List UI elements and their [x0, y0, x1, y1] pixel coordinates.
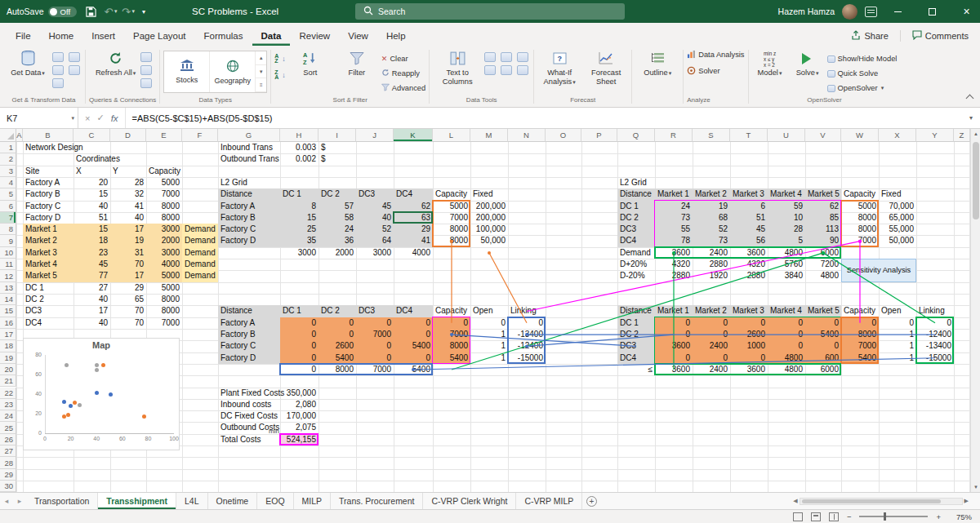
cell-S5[interactable]: Market 2: [693, 188, 730, 200]
cell-U8[interactable]: 28: [768, 224, 805, 235]
cell-E4[interactable]: 5000: [146, 177, 182, 188]
row-header-16[interactable]: 16: [0, 317, 16, 329]
cell-L7[interactable]: 7000: [433, 212, 470, 224]
cell-W18[interactable]: 7000: [841, 340, 879, 352]
consolidate-icon[interactable]: [484, 65, 496, 75]
cell-K8[interactable]: 29: [394, 224, 433, 235]
cell-F12[interactable]: Demand: [182, 270, 218, 281]
cell-D14[interactable]: 65: [110, 294, 146, 305]
cell-M6[interactable]: 200,000: [470, 201, 508, 212]
avatar[interactable]: [842, 4, 858, 20]
ribbon-tab-formulas[interactable]: Formulas: [195, 27, 252, 46]
cell-Q5[interactable]: Distance: [617, 188, 655, 200]
cell-I19[interactable]: 5400: [318, 352, 356, 364]
cell-E14[interactable]: 8000: [146, 294, 182, 305]
row-header-26[interactable]: 26: [0, 434, 16, 445]
cell-C7[interactable]: 51: [74, 212, 110, 224]
cell-D15[interactable]: 70: [110, 305, 146, 317]
column-header-N[interactable]: N: [508, 129, 546, 142]
cell-B12[interactable]: Market 5: [23, 270, 74, 281]
cell-Q15[interactable]: Distance: [617, 305, 655, 317]
cell-J10[interactable]: 3000: [356, 247, 394, 259]
existing-connections-icon[interactable]: [69, 65, 80, 75]
column-header-Q[interactable]: Q: [617, 129, 655, 142]
sheet-tab-eoq[interactable]: EOQ: [257, 493, 293, 509]
cell-W7[interactable]: 8000: [841, 212, 879, 224]
cell-R8[interactable]: 55: [655, 224, 693, 235]
cell-R9[interactable]: 78: [655, 235, 693, 246]
cell-B9[interactable]: Market 2: [23, 235, 74, 246]
cell-G15[interactable]: Distance: [218, 305, 280, 317]
cell-V9[interactable]: 90: [805, 235, 841, 246]
cell-H20[interactable]: 0: [280, 364, 318, 375]
ribbon-tab-home[interactable]: Home: [40, 27, 83, 46]
minimize-button[interactable]: [884, 0, 911, 23]
sheet-nav-right-icon[interactable]: ▸: [13, 493, 26, 509]
cell-S11[interactable]: 2880: [693, 259, 730, 270]
search-input[interactable]: Search: [355, 3, 625, 20]
cell-H25[interactable]: 2,075: [280, 422, 318, 433]
cell-G9[interactable]: Factory D: [218, 235, 280, 246]
cell-V5[interactable]: Market 5: [805, 188, 841, 200]
row-header-4[interactable]: 4: [0, 177, 16, 188]
cell-L16[interactable]: 0: [433, 317, 470, 329]
cell-V8[interactable]: 113: [805, 224, 841, 235]
cell-K20[interactable]: 5400: [394, 364, 433, 375]
horizontal-scroll-thumb[interactable]: [802, 499, 941, 503]
cell-H22[interactable]: 350,000: [280, 388, 318, 399]
row-header-14[interactable]: 14: [0, 294, 16, 305]
cell-D8[interactable]: 17: [110, 224, 146, 235]
cell-D10[interactable]: 31: [110, 247, 146, 259]
cell-B15[interactable]: DC3: [23, 305, 74, 317]
cell-S9[interactable]: 73: [693, 235, 730, 246]
cell-Y18[interactable]: -13400: [916, 340, 954, 352]
cell-D12[interactable]: 17: [110, 270, 146, 281]
cell-R19[interactable]: 0: [655, 352, 693, 364]
cell-X8[interactable]: 55,000: [879, 224, 916, 235]
cell-B14[interactable]: DC 2: [23, 294, 74, 305]
formula-bar-expand-icon[interactable]: ▾: [962, 108, 980, 128]
quick-access-dropdown-icon[interactable]: ▾: [135, 0, 153, 23]
cell-H16[interactable]: 0: [280, 317, 318, 329]
cell-N15[interactable]: Linking: [508, 305, 546, 317]
cell-U15[interactable]: Market 4: [768, 305, 805, 317]
cell-V17[interactable]: 5400: [805, 329, 841, 340]
cell-B8[interactable]: Market 1: [23, 224, 74, 235]
cell-R7[interactable]: 73: [655, 212, 693, 224]
cell-S8[interactable]: 52: [693, 224, 730, 235]
cell-S19[interactable]: 0: [693, 352, 730, 364]
cell-W6[interactable]: 5000: [841, 201, 879, 212]
cell-T15[interactable]: Market 3: [730, 305, 768, 317]
cell-H24[interactable]: 170,000: [280, 410, 318, 422]
zoom-out-button[interactable]: −: [847, 512, 852, 521]
column-header-C[interactable]: C: [74, 129, 110, 142]
row-header-20[interactable]: 20: [0, 364, 16, 375]
cell-T6[interactable]: 6: [730, 201, 768, 212]
cell-M19[interactable]: 1: [470, 352, 508, 364]
ribbon-tab-data[interactable]: Data: [252, 27, 291, 46]
data-validation-icon[interactable]: [517, 52, 528, 62]
cell-Q10[interactable]: Demand: [617, 247, 655, 259]
cell-L17[interactable]: 7000: [433, 329, 470, 340]
filter-button[interactable]: Filter: [335, 48, 379, 78]
cell-E3[interactable]: Capacity: [146, 166, 182, 177]
outline-button[interactable]: Outline▾: [635, 48, 679, 78]
cell-U6[interactable]: 59: [768, 201, 805, 212]
cell-T16[interactable]: 0: [730, 317, 768, 329]
remove-duplicates-icon[interactable]: [501, 52, 512, 62]
cell-C14[interactable]: 40: [74, 294, 110, 305]
cell-Y15[interactable]: Linking: [916, 305, 954, 317]
row-header-29[interactable]: 29: [0, 469, 16, 481]
cell-B6[interactable]: Factory C: [23, 201, 74, 212]
cell-G19[interactable]: Factory D: [218, 352, 280, 364]
cell-D5[interactable]: 32: [110, 188, 146, 200]
zoom-in-button[interactable]: +: [936, 512, 941, 521]
cell-T20[interactable]: 3600: [730, 364, 768, 375]
cell-V11[interactable]: 7200: [805, 259, 841, 270]
row-header-15[interactable]: 15: [0, 305, 16, 317]
cell-B11[interactable]: Market 4: [23, 259, 74, 270]
horizontal-scrollbar[interactable]: ◀ ▶: [793, 493, 980, 509]
edit-links-icon[interactable]: [140, 78, 152, 88]
cell-T7[interactable]: 51: [730, 212, 768, 224]
cell-W8[interactable]: 8000: [841, 224, 879, 235]
